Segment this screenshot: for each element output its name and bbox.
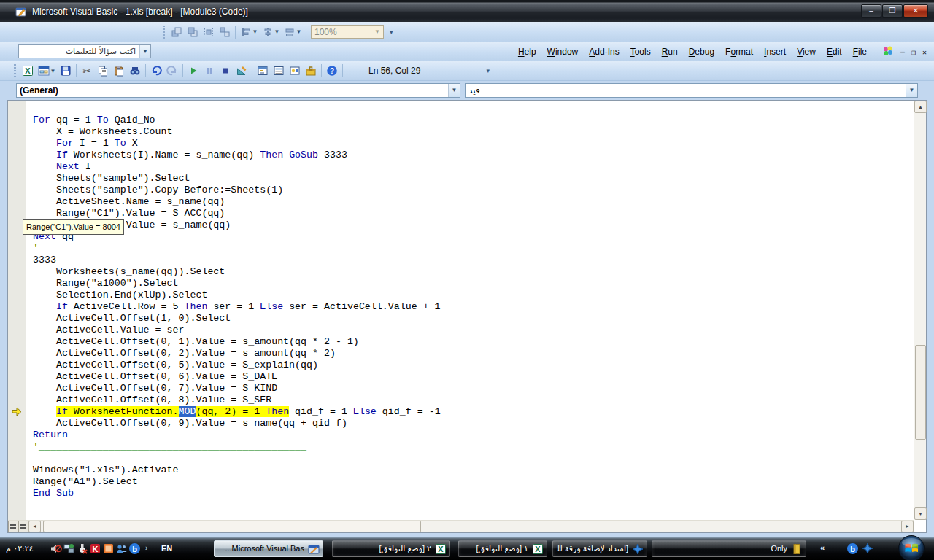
help-icon[interactable]: ?	[324, 63, 340, 78]
maximize-button[interactable]: ❐	[882, 4, 903, 18]
menu-edit[interactable]: Edit	[827, 47, 842, 57]
center-icon[interactable]: ▼	[260, 25, 282, 39]
vba-project-icon[interactable]	[881, 44, 894, 60]
find-icon[interactable]	[127, 63, 143, 78]
speaker-mute-icon[interactable]	[50, 542, 62, 555]
horizontal-scroll-track[interactable]	[41, 521, 901, 532]
toolbar-overflow-chevron[interactable]: ▾	[486, 67, 490, 74]
undo-icon[interactable]	[148, 63, 164, 78]
excel-icon[interactable]: X	[20, 63, 36, 78]
object-combo-arrow[interactable]: ▼	[448, 84, 460, 97]
title-bar[interactable]: Microsoft Visual Basic - 1.xls [break] -…	[0, 0, 934, 22]
minimize-button[interactable]: –	[861, 4, 881, 18]
only-book-icon[interactable]	[791, 543, 803, 555]
scroll-right-button[interactable]: ►	[901, 521, 914, 532]
menu-window[interactable]: Window	[547, 47, 579, 57]
bring-front-icon[interactable]	[169, 25, 185, 39]
scroll-up-button[interactable]: ▲	[914, 101, 927, 113]
redo-icon[interactable]	[164, 63, 180, 78]
toolbar-grip[interactable]	[14, 64, 16, 77]
cut-icon[interactable]: ✂	[79, 63, 95, 78]
start-button[interactable]	[898, 534, 926, 560]
code-line: Return	[33, 429, 914, 441]
child-restore-button[interactable]: ❐	[911, 48, 916, 56]
vb-app-icon[interactable]	[308, 543, 320, 555]
vertical-scrollbar[interactable]: ▲ ▼	[914, 101, 926, 520]
bittorrent-icon[interactable]: b	[128, 542, 141, 555]
menu-add-ins[interactable]: Add-Ins	[589, 47, 619, 57]
child-close-button[interactable]: ✕	[922, 48, 927, 56]
taskbar-button-label: ...Microsoft Visual Bas	[225, 544, 304, 553]
network-icon[interactable]	[63, 542, 75, 555]
code-line: ActiveCell.Offset(0, 5).Value = S_explai…	[33, 359, 914, 371]
quicklaunch-chevron[interactable]: «	[820, 543, 825, 552]
break-icon[interactable]	[201, 63, 217, 78]
project-icon[interactable]	[255, 63, 271, 78]
procedure-combo-arrow[interactable]: ▼	[906, 84, 917, 97]
properties-icon[interactable]	[271, 63, 287, 78]
bittorrent-icon[interactable]: b	[846, 542, 859, 555]
vertical-scroll-thumb[interactable]	[915, 345, 926, 440]
excel-app-icon[interactable]: X	[435, 543, 447, 555]
design-icon[interactable]	[234, 63, 250, 78]
kaspersky-icon[interactable]: K	[89, 542, 101, 555]
people-icon[interactable]	[115, 542, 128, 555]
horizontal-scrollbar[interactable]: ◄ ►	[8, 520, 914, 532]
code-editor[interactable]: For qq = 1 To Qaid_No X = Worksheets.Cou…	[27, 101, 914, 520]
close-button[interactable]: ✕	[903, 4, 928, 18]
scroll-left-button[interactable]: ◄	[28, 521, 41, 532]
current-statement-arrow-icon	[12, 406, 22, 419]
toolbox-icon[interactable]	[303, 63, 319, 78]
qlstar-icon[interactable]	[632, 543, 644, 555]
menu-debug[interactable]: Debug	[689, 47, 714, 57]
zoom-combobox[interactable]: 100%▼	[311, 25, 384, 39]
menu-help[interactable]: Help	[518, 47, 536, 57]
menu-file[interactable]: File	[853, 47, 867, 57]
toolbar-grip[interactable]	[163, 26, 165, 39]
samewidth-icon[interactable]: ▼	[282, 25, 304, 39]
align-icon[interactable]: ▼	[238, 25, 260, 39]
qlstar-icon[interactable]	[862, 542, 874, 555]
menu-format[interactable]: Format	[725, 47, 753, 57]
taskbar-button[interactable]: [امتداد لإضافة ورقة للق...	[552, 540, 647, 557]
help-question-box[interactable]: اكتب سؤالاً للتعليمات ▼	[18, 44, 151, 58]
tray-expand-chevron[interactable]: ›	[145, 544, 147, 552]
paste-icon[interactable]	[111, 63, 127, 78]
orange-app-icon[interactable]	[102, 542, 115, 555]
standard-toolbar: X▼✂? Ln 56, Col 29 ▾	[0, 61, 934, 81]
margin-indicator-bar[interactable]	[8, 101, 26, 520]
toolbar-overflow-chevron[interactable]: ▾	[390, 28, 393, 36]
menu-tools[interactable]: Tools	[630, 47, 651, 57]
menu-view[interactable]: View	[797, 47, 816, 57]
taskbar-button[interactable]: ٢ [وضع التوافق]X	[332, 540, 450, 557]
taskbar-button[interactable]: ١ [وضع التوافق]X	[458, 540, 547, 557]
taskbar-button[interactable]: Only	[652, 540, 806, 557]
reset-icon[interactable]	[217, 63, 234, 78]
horizontal-scroll-thumb[interactable]	[43, 521, 421, 532]
send-back-icon[interactable]	[185, 25, 201, 39]
ungroup-icon[interactable]	[217, 25, 233, 39]
help-box-dropdown[interactable]: ▼	[139, 45, 150, 58]
procedure-view-button[interactable]	[8, 521, 18, 532]
zoom-dropdown-arrow[interactable]: ▼	[374, 28, 380, 35]
save-icon[interactable]	[58, 63, 74, 78]
menu-insert[interactable]: Insert	[764, 47, 786, 57]
procedure-combobox[interactable]: قيد ▼	[465, 83, 918, 98]
group-icon[interactable]	[201, 25, 217, 39]
object-combobox[interactable]: (General) ▼	[16, 83, 460, 98]
excel-app-icon[interactable]: X	[532, 543, 544, 555]
language-indicator[interactable]: EN	[161, 544, 172, 553]
full-module-view-button[interactable]	[18, 521, 28, 532]
copy-icon[interactable]	[95, 63, 111, 78]
taskbar-button[interactable]: ...Microsoft Visual Bas	[214, 540, 323, 557]
child-minimize-button[interactable]: –	[900, 48, 905, 56]
userform-icon[interactable]: ▼	[36, 63, 58, 78]
scroll-down-button[interactable]: ▼	[914, 508, 927, 520]
power-icon[interactable]	[76, 542, 88, 555]
run-icon[interactable]	[185, 63, 201, 78]
menu-run[interactable]: Run	[662, 47, 678, 57]
toolbar-separator	[145, 64, 146, 77]
objbrowser-icon[interactable]	[287, 63, 303, 78]
menu-bar: HelpWindowAdd-InsToolsRunDebugFormatInse…	[518, 42, 867, 61]
combo-row: (General) ▼ قيد ▼	[0, 81, 934, 100]
